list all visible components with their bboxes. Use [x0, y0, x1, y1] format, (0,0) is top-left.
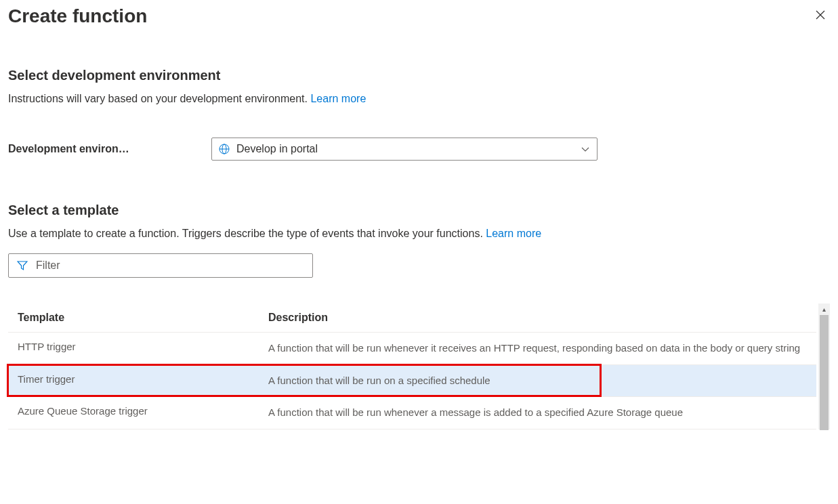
row-description: A function that will be run whenever it …	[268, 341, 807, 356]
dev-env-dropdown[interactable]: Develop in portal	[211, 138, 598, 161]
page-title: Create function	[8, 5, 147, 27]
env-learn-more-link[interactable]: Learn more	[310, 93, 366, 104]
scrollbar[interactable]: ▴	[818, 303, 830, 429]
template-learn-more-link[interactable]: Learn more	[486, 228, 541, 239]
dropdown-value: Develop in portal	[236, 143, 581, 155]
filter-icon	[17, 260, 28, 271]
row-template-name: Azure Queue Storage trigger	[18, 405, 268, 417]
filter-input[interactable]	[36, 259, 304, 272]
globe-icon	[219, 144, 230, 154]
env-section-desc: Instructions will vary based on your dev…	[8, 93, 830, 105]
template-section-desc: Use a template to create a function. Tri…	[8, 228, 830, 240]
env-desc-text: Instructions will vary based on your dev…	[8, 93, 310, 104]
table-row[interactable]: Azure Queue Storage trigger A function t…	[8, 397, 816, 429]
table-row[interactable]: Timer trigger A function that will be ru…	[8, 365, 816, 398]
close-button[interactable]	[811, 5, 830, 26]
template-table: Template Description HTTP trigger A func…	[8, 303, 830, 429]
template-section-title: Select a template	[8, 203, 830, 218]
template-desc-text: Use a template to create a function. Tri…	[8, 228, 486, 239]
row-description: A function that will be run on a specifi…	[268, 373, 807, 389]
scrollbar-thumb[interactable]	[820, 315, 829, 430]
svg-marker-5	[18, 261, 27, 270]
col-header-template[interactable]: Template	[18, 312, 268, 324]
row-template-name: Timer trigger	[18, 373, 268, 385]
scrollbar-up-arrow-icon[interactable]: ▴	[818, 303, 830, 315]
dev-env-label: Development environ…	[8, 143, 198, 155]
col-header-description[interactable]: Description	[268, 312, 807, 324]
table-row[interactable]: HTTP trigger A function that will be run…	[8, 333, 816, 365]
table-header: Template Description	[8, 303, 816, 333]
filter-box[interactable]	[8, 253, 313, 278]
row-description: A function that will be run whenever a m…	[268, 405, 807, 421]
close-icon	[815, 9, 826, 23]
row-template-name: HTTP trigger	[18, 341, 268, 352]
env-section-title: Select development environment	[8, 68, 830, 83]
chevron-down-icon	[581, 144, 590, 154]
